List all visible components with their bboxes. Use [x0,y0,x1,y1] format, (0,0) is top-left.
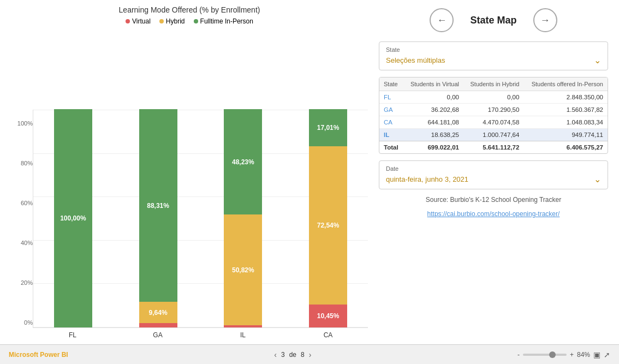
chart-area: 100% 80% 60% 40% 20% 0% [11,31,368,339]
date-filter-box[interactable]: Date quinta-feira, junho 3, 2021 ⌄ [379,160,608,189]
y-axis: 100% 80% 60% 40% 20% 0% [11,121,33,339]
table-row-ga[interactable]: GA 36.202,68 170.290,50 1.560.367,82 [379,104,608,116]
bar-fl-stack: 100,00% [54,109,92,327]
cell-il-virtual: 18.638,25 [403,129,463,141]
page-current: 3 [281,351,285,359]
page-next-button[interactable]: › [309,350,312,359]
chart-panel: Learning Mode Offered (% by Enrollment) … [11,5,368,339]
table-row-il[interactable]: IL 18.638,25 1.000.747,64 949.774,11 [379,129,608,141]
cell-ca-virtual: 644.181,08 [403,116,463,129]
cell-ca-state: CA [379,116,403,129]
zoom-minus[interactable]: - [517,351,520,359]
table-header-row: State Students in Virtual Students in Hy… [379,77,608,91]
bar-ca: 17,01% 72,54% 10,45% [294,110,362,327]
bar-ga-stack: 88,31% 9,64% [139,109,177,327]
il-inperson: 48,23% [224,109,262,214]
bar-fl: 100,00% [39,110,108,327]
legend-virtual-label: Virtual [132,17,151,25]
powerbi-link[interactable]: Microsoft Power BI [9,351,68,359]
total-virtual: 699.022,01 [403,141,463,154]
cell-fl-state: FL [379,91,403,104]
fl-inperson: 100,00% [54,109,92,327]
cell-ga-state: GA [379,104,403,116]
x-il: IL [209,331,277,339]
col-hybrid: Students in Hybrid [463,77,523,91]
y-20: 20% [11,280,33,286]
state-map-nav: ← State Map → [379,8,608,32]
y-0: 0% [11,320,33,326]
ca-virtual: 10,45% [309,305,347,327]
virtual-dot [126,19,130,23]
legend-inperson: Fulltime In-Person [194,17,253,25]
hybrid-dot [159,19,164,23]
page-prev-button[interactable]: ‹ [274,350,277,359]
chart-title: Learning Mode Offered (% by Enrollment) [119,5,260,14]
cell-fl-virtual: 0,00 [403,91,463,104]
cell-il-state: IL [379,129,403,141]
ga-inperson: 88,31% [139,109,177,302]
fullscreen-icon[interactable]: ➚ [604,350,610,359]
main-content: Learning Mode Offered (% by Enrollment) … [0,0,619,344]
page-total: 8 [301,351,305,359]
cell-fl-inperson: 2.848.350,00 [523,91,608,104]
table-row-fl[interactable]: FL 0,00 0,00 2.848.350,00 [379,91,608,104]
y-60: 60% [11,200,33,206]
legend-hybrid-label: Hybrid [166,17,185,25]
cell-ga-hybrid: 170.290,50 [463,104,523,116]
table-row-ca[interactable]: CA 644.181,08 4.470.074,58 1.048.083,34 [379,116,608,129]
cell-il-inperson: 949.774,11 [523,129,608,141]
legend-hybrid: Hybrid [159,17,185,25]
cell-il-hybrid: 1.000.747,64 [463,129,523,141]
bar-il: 48,23% 50,82% [209,110,278,327]
cell-ca-inperson: 1.048.083,34 [523,116,608,129]
zoom-controls: - + 84% ▣ ➚ [517,350,610,359]
y-40: 40% [11,240,33,246]
zoom-plus[interactable]: + [570,351,574,359]
state-filter-box[interactable]: State Seleções múltiplas ⌄ [379,41,608,70]
bar-ga: 88,31% 9,64% [124,110,193,327]
il-hybrid: 50,82% [224,214,262,325]
forward-arrow-button[interactable]: → [533,8,557,32]
ga-virtual [139,323,177,327]
state-filter-chevron: ⌄ [594,55,601,65]
legend-inperson-label: Fulltime In-Person [200,17,253,25]
col-state: State [379,77,403,91]
date-filter-chevron: ⌄ [594,174,601,184]
date-filter-dropdown[interactable]: quinta-feira, junho 3, 2021 ⌄ [386,174,601,184]
legend-virtual: Virtual [126,17,151,25]
back-arrow-button[interactable]: ← [430,8,454,32]
date-filter-value: quinta-feira, junho 3, 2021 [386,175,468,183]
il-virtual [224,325,262,327]
inperson-dot [194,19,198,23]
bar-il-stack: 48,23% 50,82% [224,109,262,327]
state-filter-dropdown[interactable]: Seleções múltiplas ⌄ [386,55,601,65]
source-text: Source: Burbio's K-12 School Opening Tra… [379,196,608,204]
ga-hybrid: 9,64% [139,302,177,323]
zoom-slider-thumb [549,351,556,358]
state-filter-label: State [386,46,601,53]
x-fl: FL [38,331,107,339]
zoom-slider[interactable] [523,354,567,356]
bars-container: 100,00% 88,31% 9,64% [33,110,368,339]
x-labels: FL GA IL CA [33,328,368,339]
right-panel: ← State Map → State Seleções múltiplas ⌄… [379,5,608,339]
cell-ca-hybrid: 4.470.074,58 [463,116,523,129]
page-separator: de [289,351,296,359]
fit-page-icon[interactable]: ▣ [593,350,600,359]
col-inperson: Students offered In-Person [523,77,608,91]
total-label: Total [379,141,403,154]
total-hybrid: 5.641.112,72 [463,141,523,154]
state-map-title: State Map [470,15,516,26]
cell-fl-hybrid: 0,00 [463,91,523,104]
y-100: 100% [11,121,33,127]
bar-ca-stack: 17,01% 72,54% 10,45% [309,109,347,327]
col-virtual: Students in Virtual [403,77,463,91]
table-total-row: Total 699.022,01 5.641.112,72 6.406.575,… [379,141,608,154]
ca-inperson: 17,01% [309,109,347,146]
chart-legend: Virtual Hybrid Fulltime In-Person [126,17,253,25]
x-ca: CA [294,331,362,339]
source-link[interactable]: https://cai.burbio.com/school-opening-tr… [379,210,608,218]
cell-ga-virtual: 36.202,68 [403,104,463,116]
bottom-bar: Microsoft Power BI ‹ 3 de 8 › - + 84% ▣ … [0,344,619,364]
zoom-level: 84% [577,351,590,359]
